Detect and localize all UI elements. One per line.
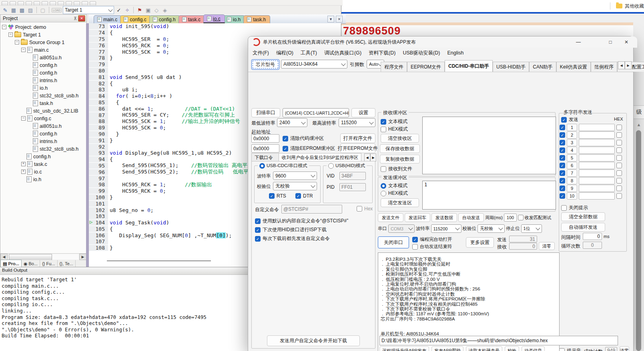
tree-item-config-h[interactable]: config.h — [0, 130, 86, 137]
tree-item-io-h[interactable]: io.h — [0, 176, 86, 183]
bottom-button-[interactable]: 读取本机硬盘号 — [466, 346, 502, 351]
send-text-mode-radio[interactable]: 文本模式 — [381, 182, 407, 189]
open-program-button[interactable]: 打开程序文件 — [340, 133, 375, 143]
scrollbar-thumb[interactable] — [636, 130, 641, 351]
hex-checkbox-icon[interactable] — [616, 193, 622, 199]
hex-file-path[interactable]: D:\跟着冲哥学习AI8051U\AI8051U第9集——shu码管\demo\… — [379, 336, 618, 345]
custom-cmd-field[interactable]: @STCISP# — [281, 205, 342, 214]
hex-checkbox-icon[interactable] — [616, 132, 622, 138]
tree-item-task-c[interactable]: +task.c — [0, 160, 86, 168]
string-number-button[interactable]: 1 — [567, 124, 577, 131]
file-tab-config.h[interactable]: config.h — [149, 15, 180, 23]
string-number-button[interactable]: 3 — [567, 139, 577, 146]
checkbox-checked-icon[interactable]: ✓ — [255, 227, 261, 233]
cdc-parity-select[interactable]: 无校验 — [273, 182, 317, 190]
copy-receive-button[interactable]: 复制接收数据 — [380, 155, 420, 163]
menu-English[interactable]: English — [443, 50, 467, 56]
success-clear-button[interactable]: 清零 — [620, 346, 629, 351]
send-file-button[interactable]: 发送文件 — [378, 213, 403, 222]
auto-send-button[interactable]: 自动发送 — [458, 213, 484, 222]
checkbox-checked-icon[interactable]: ✓ — [283, 136, 288, 141]
serial-port-select[interactable]: COM3 — [388, 224, 415, 233]
close-tip-check[interactable]: 关闭提示 — [561, 204, 588, 211]
radio-icon[interactable] — [381, 191, 386, 196]
panel-tab-Bo[interactable]: ◉Bo... — [22, 260, 40, 267]
tree-item-stc32-stc8-usb-h[interactable]: stc32_stc8_usb.h — [0, 145, 86, 153]
main-tab-2[interactable]: CDC/HID-串口助手 — [445, 60, 493, 72]
send-hex-mode-radio[interactable]: HEX模式 — [381, 190, 408, 197]
check-icon[interactable]: ✓ — [115, 6, 122, 14]
string-number-button[interactable]: 8 — [567, 177, 577, 184]
more-settings-button[interactable]: 更多设置 — [466, 237, 494, 248]
subtab-scroll-left-icon[interactable]: ◀ — [364, 153, 370, 161]
tab-list-menu-icon[interactable]: ▼ — [327, 16, 334, 22]
hex-checkbox-icon[interactable] — [616, 170, 622, 176]
string-number-button[interactable]: 7 — [567, 169, 577, 177]
clear-code-check[interactable]: ✓ 清除代码缓冲区 — [283, 135, 324, 142]
checkbox-checked-icon[interactable]: ✓ — [560, 155, 565, 161]
cdc-baud-select[interactable]: 9600 — [273, 171, 317, 180]
tree-item-ai8051u-h[interactable]: ai8051u.h — [0, 122, 86, 130]
match-test-check[interactable]: 收发匹配测试 — [518, 215, 551, 221]
panel-tab-Pro[interactable]: ▤Pro... — [0, 260, 22, 268]
bottom-button-APP[interactable]: 发布APP帮助 — [431, 346, 463, 351]
port-settings-button[interactable]: 设置 — [351, 108, 375, 117]
diamond-fill-icon[interactable]: ◈ — [161, 6, 169, 14]
checkbox-checked-icon[interactable]: ✓ — [269, 193, 275, 199]
tree-item-task-h[interactable]: task.h — [0, 99, 86, 107]
file-tab-io.c[interactable]: io.c — [203, 14, 225, 23]
main-tab-4[interactable]: CAN助手 — [529, 62, 556, 72]
expander-icon[interactable]: − — [15, 40, 19, 44]
tree-item-source-group-1[interactable]: −Source Group 1 — [0, 38, 86, 46]
max-baud-select[interactable]: 115200 — [339, 118, 375, 127]
chip-model-select[interactable]: AI8051U-34K64 — [281, 60, 347, 69]
pin-icon[interactable]: ⊼ — [72, 16, 78, 21]
menu-O[interactable]: 编程(O) — [273, 50, 297, 56]
checkbox-checked-icon[interactable]: ✓ — [381, 119, 386, 125]
scan-port-button[interactable]: 扫描串口 — [251, 108, 280, 117]
scroll-right-icon[interactable]: ▶ — [79, 254, 86, 260]
scroll-up-icon[interactable]: ▲ — [636, 121, 642, 128]
tree-item-stc32-stc8-usb-h[interactable]: stc32_stc8_usb.h — [0, 92, 86, 99]
tab-scroll-left-icon[interactable]: ◀ — [618, 61, 625, 69]
checkbox-icon[interactable] — [381, 127, 386, 132]
options-wand-icon[interactable]: ✧ — [124, 6, 131, 14]
checkbox-icon[interactable] — [357, 206, 362, 212]
tab-close-icon[interactable]: ✕ — [336, 16, 343, 22]
hex-checkbox-icon[interactable] — [616, 155, 622, 161]
checkbox-checked-icon[interactable]: ✓ — [560, 125, 565, 130]
bottom-button-[interactable]: 动态信息 — [522, 346, 545, 351]
string-input[interactable] — [579, 124, 615, 131]
usb-hid-mode-radio[interactable]: USB(HID)模式 — [327, 163, 367, 169]
diamond-icon[interactable]: ◇ — [153, 6, 160, 14]
save-receive-button[interactable]: 保存接收数据 — [380, 144, 420, 153]
main-tab-0[interactable]: 程序文件 — [381, 62, 407, 72]
find-icon-icon[interactable] — [74, 1, 80, 6]
checkbox-checked-icon[interactable]: ✓ — [560, 170, 565, 176]
subtab-scroll-right-icon[interactable]: ▶ — [370, 153, 376, 161]
tab-reset-to-isp[interactable]: 收到用户命令后复位到ISP监控程序区 — [279, 153, 361, 162]
string-input[interactable] — [579, 154, 615, 161]
close-panel-button[interactable]: ✕ — [78, 15, 85, 22]
clear-all-data-button[interactable]: 清空全部数据 — [561, 212, 605, 221]
bottom-button-[interactable]: 校验 — [505, 346, 519, 351]
minimize-button[interactable]: — — [572, 36, 584, 48]
hex-checkbox-icon[interactable] — [616, 125, 622, 130]
clear-send-button[interactable]: 清空发送区 — [381, 198, 419, 207]
bottom-button-APP[interactable]: 远程现场升级APP发布 — [379, 346, 429, 351]
file-tab-io.h[interactable]: io.h — [223, 15, 245, 23]
checkbox-checked-icon[interactable]: ✓ — [561, 117, 567, 123]
close-button[interactable]: ✕ — [620, 36, 632, 48]
code-address-field[interactable]: 0x0000 — [251, 134, 279, 143]
string-input[interactable] — [579, 185, 615, 192]
file-tab-task.h[interactable]: task.h — [243, 15, 270, 23]
stop-bits-select[interactable]: 1位 — [521, 224, 542, 233]
scroll-left-icon[interactable]: ◀ — [0, 254, 8, 260]
string-number-button[interactable]: 6 — [567, 162, 577, 169]
serial-parity-select[interactable]: 无校验 — [477, 224, 505, 233]
checkbox-checked-icon[interactable]: ✓ — [560, 147, 565, 153]
beep-check[interactable]: 提示音 — [559, 347, 581, 351]
hex-checkbox-icon[interactable] — [616, 147, 622, 153]
string-input[interactable] — [579, 192, 615, 200]
hex-checkbox-icon[interactable] — [616, 178, 622, 184]
